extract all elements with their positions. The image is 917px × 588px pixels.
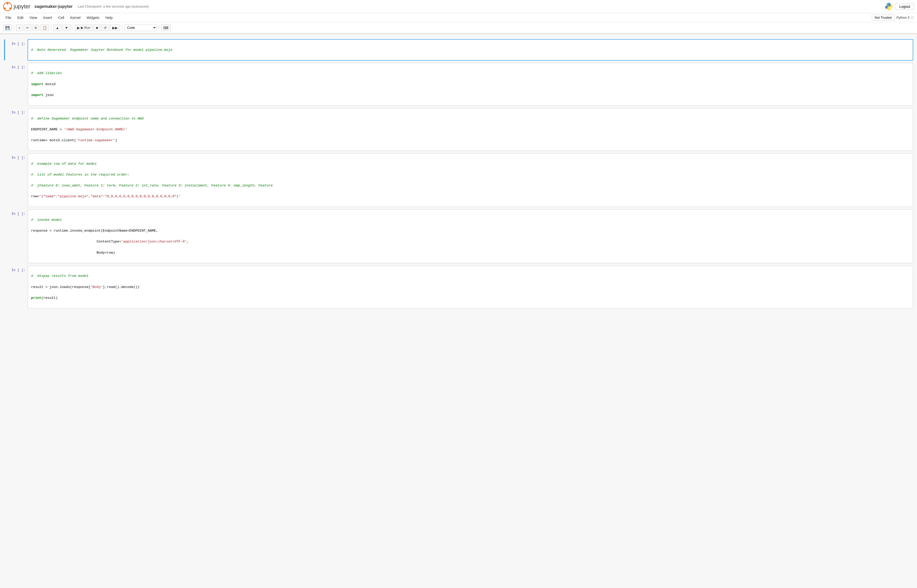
stop-icon: ■ <box>96 26 98 30</box>
cell-3: In [ ]: # define Sagemaker endpoint name… <box>4 108 913 151</box>
cell-3-comment: # define Sagemaker endpoint name and con… <box>31 117 144 121</box>
cell-4-comment3: # [Feature 0: loan_amnt, Feature 1: term… <box>31 184 273 187</box>
cell-3-line3b: ) <box>115 139 117 142</box>
cell-4-comment1: # example row of data for model <box>31 162 97 166</box>
toolbar: 💾 + ✂ ⧉ 📋 ▲ ▼ ▶ ▶ Run ■ ↺ ▶▶ Code M <box>0 22 917 33</box>
cut-icon: ✂ <box>26 26 29 30</box>
cell-4-prompt: In [ ]: <box>5 153 28 207</box>
save-icon: 💾 <box>5 26 10 30</box>
svg-point-4 <box>888 4 888 5</box>
plus-icon: + <box>18 26 21 30</box>
cell-3-line2: ENDPOINT_NAME = <box>31 128 64 131</box>
add-cell-button[interactable]: + <box>16 24 23 31</box>
down-arrow-icon: ▼ <box>65 26 68 30</box>
cell-5-content[interactable]: # invoke model response = runtime.invoke… <box>28 209 913 263</box>
paste-icon: 📋 <box>42 26 47 30</box>
cell-2-prompt: In [ ]: <box>5 63 28 106</box>
menu-edit[interactable]: Edit <box>15 15 26 21</box>
cell-3-content[interactable]: # define Sagemaker endpoint name and con… <box>28 108 913 151</box>
kernel-name: Python 3 <box>896 16 909 19</box>
svg-point-5 <box>890 8 891 9</box>
notebook-container: In [ ]: # Auto Generated Sagemaker Jupyt… <box>0 34 917 588</box>
cell-2-import2-mod: json <box>44 93 54 97</box>
cell-1: In [ ]: # Auto Generated Sagemaker Jupyt… <box>4 39 913 60</box>
svg-point-3 <box>4 7 6 9</box>
cell-5: In [ ]: # invoke model response = runtim… <box>4 209 913 263</box>
cell-6-content[interactable]: # dispay results from model result = jso… <box>28 266 913 309</box>
cell-4-content[interactable]: # example row of data for model # list o… <box>28 153 913 207</box>
run-label: ▶ Run <box>81 26 90 29</box>
cell-3-line3a: runtime= boto3.client( <box>31 139 76 142</box>
cell-5-line4: Body=row) <box>31 251 115 255</box>
restart-button[interactable]: ↺ <box>101 24 109 31</box>
copy-icon: ⧉ <box>35 26 37 29</box>
move-up-button[interactable]: ▲ <box>53 24 62 31</box>
cell-2-import1-mod: boto3 <box>44 82 56 86</box>
cell-6-str1: 'Body' <box>91 285 103 289</box>
cell-4-row-str: '{"name":"pipeline.mojo","data":"0,0,0,0… <box>39 194 180 198</box>
cell-5-line3b: , <box>187 240 189 244</box>
menubar: File Edit View Insert Cell Kernel Widget… <box>0 13 917 22</box>
cell-2-import2-kw: import <box>31 93 44 97</box>
cell-2-import1-kw: import <box>31 82 44 86</box>
jupyter-logo: jupyter <box>3 2 30 11</box>
cell-1-content[interactable]: # Auto Generated Sagemaker Jupyter Noteb… <box>28 39 913 60</box>
cut-button[interactable]: ✂ <box>24 24 31 31</box>
save-button[interactable]: 💾 <box>3 24 12 31</box>
cell-6-print-kw: print <box>31 296 41 300</box>
cell-type-select[interactable]: Code Markdown Raw NBConvert Heading <box>124 24 157 31</box>
toolbar-sep-1 <box>14 25 14 31</box>
cell-6: In [ ]: # dispay results from model resu… <box>4 266 913 309</box>
fast-forward-button[interactable]: ▶▶ <box>110 24 120 31</box>
logout-button[interactable]: Logout <box>896 3 914 10</box>
svg-point-2 <box>9 7 11 9</box>
copy-button[interactable]: ⧉ <box>32 25 39 31</box>
menu-insert[interactable]: Insert <box>41 15 55 21</box>
kernel-indicator: Python 3 <box>896 16 914 19</box>
toolbar-sep-5 <box>159 25 159 31</box>
checkpoint-info: Last Checkpoint: a few seconds ago (auto… <box>78 5 149 8</box>
cell-4-comment2: # list of model features in the required… <box>31 173 130 176</box>
run-icon: ▶ <box>77 26 80 30</box>
cell-5-str1: 'application/json;charset=UTF-8' <box>121 240 186 244</box>
toolbar-sep-3 <box>73 25 73 31</box>
cell-3-str2: 'runtime.sagemaker' <box>76 139 115 142</box>
cell-3-str1: '<AWS-Sagemaker-Endpoint-NAME>' <box>64 128 127 131</box>
cell-6-line2b: ].read().decode()) <box>103 285 140 289</box>
cell-2-comment: # add libaries <box>31 71 62 75</box>
svg-point-1 <box>6 3 8 4</box>
menu-view[interactable]: View <box>27 15 40 21</box>
cell-6-prompt: In [ ]: <box>5 266 28 309</box>
restart-icon: ↺ <box>104 26 107 30</box>
run-button[interactable]: ▶ ▶ Run <box>75 24 92 31</box>
paste-button[interactable]: 📋 <box>40 24 49 31</box>
cell-2-content[interactable]: # add libaries import boto3 import json <box>28 63 913 106</box>
cell-5-line2: response = runtime.invoke_endpoint(Endpo… <box>31 229 158 233</box>
menu-widgets[interactable]: Widgets <box>84 15 102 21</box>
cell-4-row-assign: row= <box>31 194 39 198</box>
notebook-name[interactable]: sagemaker-jupyter <box>34 4 73 9</box>
keyboard-icon: ⌨ <box>163 26 168 30</box>
cell-3-prompt: In [ ]: <box>5 108 28 151</box>
not-trusted-button[interactable]: Not Trusted <box>872 15 894 21</box>
cell-6-line2a: result = json.loads(response[ <box>31 285 91 289</box>
up-arrow-icon: ▲ <box>56 26 59 30</box>
menu-kernel[interactable]: Kernel <box>68 15 83 21</box>
stop-button[interactable]: ■ <box>94 24 100 31</box>
fast-forward-icon: ▶▶ <box>112 26 118 30</box>
cell-5-comment: # invoke model <box>31 218 62 222</box>
jupyter-logo-icon <box>3 2 12 11</box>
menubar-right: Not Trusted Python 3 <box>872 15 914 21</box>
header: jupyter sagemaker-jupyter Last Checkpoin… <box>0 0 917 13</box>
cell-6-comment: # dispay results from model <box>31 274 89 278</box>
cell-1-prompt: In [ ]: <box>5 39 28 60</box>
menu-help[interactable]: Help <box>103 15 115 21</box>
keyboard-shortcut-button[interactable]: ⌨ <box>161 24 171 31</box>
cell-6-print-args: (result) <box>41 296 58 300</box>
menu-file[interactable]: File <box>3 15 14 21</box>
kernel-status-circle <box>911 16 914 19</box>
move-down-button[interactable]: ▼ <box>62 24 71 31</box>
menu-cell[interactable]: Cell <box>56 15 67 21</box>
cell-2: In [ ]: # add libaries import boto3 impo… <box>4 63 913 106</box>
python-icon <box>885 3 893 11</box>
